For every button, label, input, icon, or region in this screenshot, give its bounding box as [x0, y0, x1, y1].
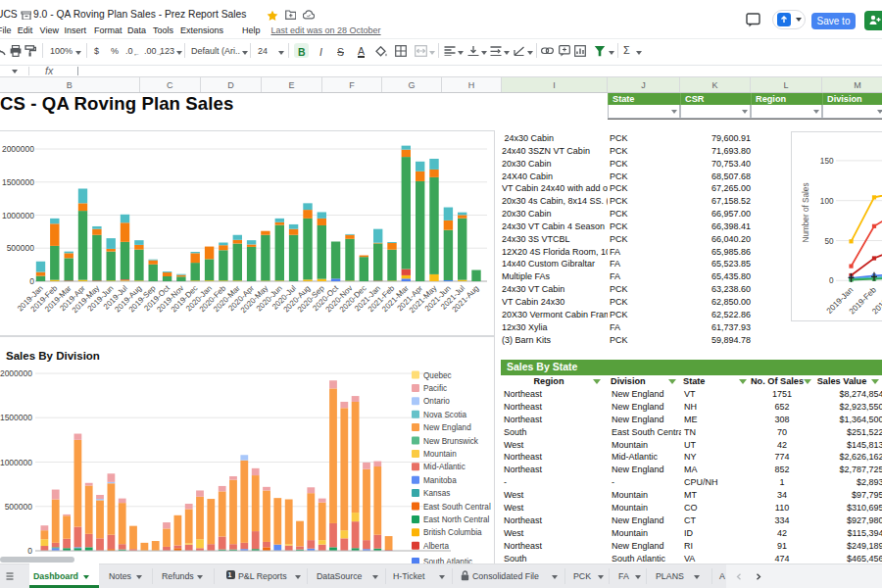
- svg-text:2000000: 2000000: [0, 368, 32, 378]
- svg-text:East South Central: East South Central: [423, 503, 491, 512]
- svg-text:Manitoba: Manitoba: [423, 476, 457, 485]
- svg-text:1000000: 1000000: [0, 458, 32, 467]
- svg-text:Pacific: Pacific: [423, 384, 447, 393]
- svg-text:2000000: 2000000: [2, 144, 34, 154]
- svg-text:150: 150: [819, 157, 833, 166]
- svg-text:500000: 500000: [5, 502, 33, 512]
- svg-text:0: 0: [29, 276, 34, 286]
- svg-text:1500000: 1500000: [0, 413, 32, 422]
- svg-text:Quebec: Quebec: [423, 371, 452, 380]
- svg-text:100: 100: [819, 197, 833, 206]
- svg-text:Mountain: Mountain: [423, 450, 457, 459]
- svg-text:Alberta: Alberta: [423, 542, 449, 551]
- svg-text:Nova Scotia: Nova Scotia: [423, 411, 467, 419]
- svg-text:British Columbia: British Columbia: [423, 528, 482, 537]
- svg-text:New Brunswick: New Brunswick: [423, 437, 479, 446]
- svg-text:50: 50: [824, 237, 834, 246]
- svg-text:New England: New England: [423, 423, 471, 432]
- svg-text:Number of Sales: Number of Sales: [802, 183, 810, 243]
- svg-text:Ontario: Ontario: [423, 397, 450, 406]
- svg-text:East North Central: East North Central: [423, 515, 490, 524]
- svg-text:Kansas: Kansas: [423, 489, 450, 498]
- svg-text:500000: 500000: [7, 243, 35, 253]
- svg-text:0: 0: [27, 546, 32, 556]
- svg-text:0: 0: [828, 276, 833, 285]
- svg-text:1000000: 1000000: [2, 211, 34, 220]
- svg-text:Mid-Atlantic: Mid-Atlantic: [423, 463, 466, 471]
- svg-text:1500000: 1500000: [2, 177, 34, 187]
